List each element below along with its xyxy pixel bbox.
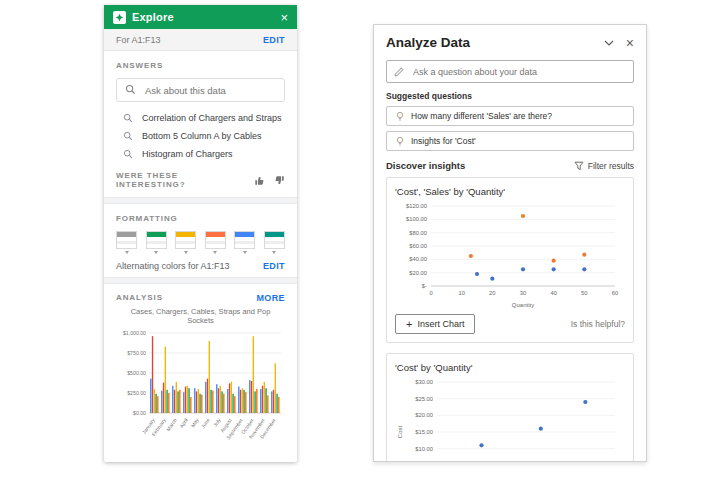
suggested-question[interactable]: How many different 'Sales' are there? [386,106,634,126]
section-divider [104,277,297,284]
explore-analysis-bar-chart[interactable]: $0.00$250.00$500.00$750.00$1,000.00Janua… [116,327,284,453]
close-icon[interactable]: × [280,11,288,24]
search-icon [123,113,133,123]
panel-title: Analyze Data [386,35,592,50]
svg-text:$100.00: $100.00 [406,216,427,222]
answer-suggestion-label: Histogram of Chargers [142,149,233,159]
ask-question-icon [394,66,405,77]
edit-range-link[interactable]: EDIT [263,35,285,45]
insert-chart-button[interactable]: + Insert Chart [395,314,475,334]
formatting-section: FORMATTING Alternating colors for A1:F13… [104,204,297,277]
insert-chart-label: Insert Chart [417,319,464,329]
answer-suggestion[interactable]: Histogram of Chargers [116,145,285,163]
answers-title: ANSWERS [116,61,285,70]
lightbulb-icon [395,136,405,147]
suggested-questions-label: Suggested questions [386,91,634,101]
explore-header: Explore × [104,5,297,29]
insight-card-cost: 'Cost' by 'Quantity' $5.00$10.00$15.00$2… [386,353,634,462]
svg-text:$20.00: $20.00 [409,270,427,276]
svg-text:$30.00: $30.00 [415,379,433,385]
analysis-title: ANALYSIS [116,293,163,302]
chevron-down-icon [243,251,247,254]
svg-text:May: May [190,417,201,429]
cost-sales-scatter-chart: $-$20.00$40.00$60.00$80.00$100.00$120.00… [395,200,625,310]
answer-suggestion[interactable]: Correlation of Chargers and Straps [116,109,285,127]
alt-color-swatch[interactable] [205,231,226,254]
range-bar: For A1:F13 EDIT [104,29,297,51]
search-icon [123,131,133,141]
discover-insights-label: Discover insights [386,160,574,171]
thumbs-up-icon[interactable] [254,175,265,186]
suggested-question-label: Insights for 'Cost' [411,136,476,146]
alt-color-swatch[interactable] [264,231,285,254]
analyze-header: Analyze Data × [386,35,634,50]
alt-color-swatch[interactable] [234,231,255,254]
svg-text:$120.00: $120.00 [406,203,427,209]
analyze-data-panel: Analyze Data × Suggested questions How m… [373,24,647,462]
alt-colors-row: Alternating colors for A1:F13 EDIT [116,261,285,271]
more-analysis-link[interactable]: MORE [256,293,285,303]
svg-text:$25.00: $25.00 [415,396,433,402]
alt-color-swatch[interactable] [146,231,167,254]
search-icon [123,149,133,159]
feedback-label: WERE THESE INTERESTING? [116,171,245,189]
insight-card-footer: + Insert Chart Is this helpful? [395,314,625,334]
alt-colors-caption: Alternating colors for A1:F13 [116,261,230,271]
chevron-down-icon [154,251,158,254]
plus-icon: + [406,319,412,330]
svg-text:$-: $- [422,283,427,289]
svg-text:$15.00: $15.00 [415,429,433,435]
svg-text:$40.00: $40.00 [409,256,427,262]
svg-text:40: 40 [550,290,556,296]
is-this-helpful-link[interactable]: Is this helpful? [571,319,625,329]
svg-text:30: 30 [520,290,526,296]
svg-text:March: March [165,417,178,432]
panel-title: Explore [132,11,274,23]
svg-text:$750.00: $750.00 [127,350,146,356]
svg-text:$20.00: $20.00 [415,412,433,418]
svg-text:$0.00: $0.00 [133,410,146,416]
edit-colors-link[interactable]: EDIT [263,261,285,271]
section-divider [104,197,297,204]
svg-text:Cost: Cost [397,426,403,439]
chevron-down-icon [184,251,188,254]
insight-card-cost-sales: 'Cost', 'Sales' by 'Quantity' $-$20.00$4… [386,177,634,343]
ask-question-input[interactable] [386,60,634,83]
range-label: For A1:F13 [116,35,161,45]
answer-suggestion-label: Correlation of Chargers and Straps [142,113,282,123]
chevron-down-icon [213,251,217,254]
thumbs-down-icon[interactable] [274,175,285,186]
explore-panel: Explore × For A1:F13 EDIT ANSWERS Correl… [104,5,297,462]
formatting-swatches [116,231,285,254]
explore-icon [113,11,126,24]
answer-suggestion-label: Bottom 5 Column A by Cables [142,131,262,141]
svg-text:$250.00: $250.00 [127,390,146,396]
chevron-down-icon [272,251,276,254]
svg-text:$1,000.00: $1,000.00 [123,330,146,336]
svg-text:$80.00: $80.00 [409,230,427,236]
ask-data-input[interactable] [116,78,285,102]
svg-text:$60.00: $60.00 [409,243,427,249]
filter-results-button[interactable]: Filter results [574,161,634,171]
ask-question-box [386,60,634,83]
bar-chart-title: Cases, Chargers, Cables, Straps and Pop … [120,307,281,326]
lightbulb-icon [395,111,405,122]
funnel-icon [574,161,584,171]
svg-text:$500.00: $500.00 [127,370,146,376]
answer-suggestion[interactable]: Bottom 5 Column A by Cables [116,127,285,145]
chevron-down-icon[interactable] [604,40,614,46]
explore-search [116,78,285,102]
svg-text:50: 50 [581,290,587,296]
svg-text:20: 20 [489,290,495,296]
suggested-question-label: How many different 'Sales' are there? [411,111,552,121]
cost-scatter-chart: $5.00$10.00$15.00$20.00$25.00$30.00Cost [395,376,625,462]
feedback-row: WERE THESE INTERESTING? [116,171,285,189]
suggested-question[interactable]: Insights for 'Cost' [386,131,634,151]
insight-card-title: 'Cost' by 'Quantity' [395,362,625,373]
close-icon[interactable]: × [626,36,634,50]
alt-color-swatch[interactable] [116,231,137,254]
discover-insights-row: Discover insights Filter results [386,160,634,171]
alt-color-swatch[interactable] [175,231,196,254]
analysis-section: ANALYSIS MORE Cases, Chargers, Cables, S… [104,284,297,460]
formatting-title: FORMATTING [116,214,285,223]
